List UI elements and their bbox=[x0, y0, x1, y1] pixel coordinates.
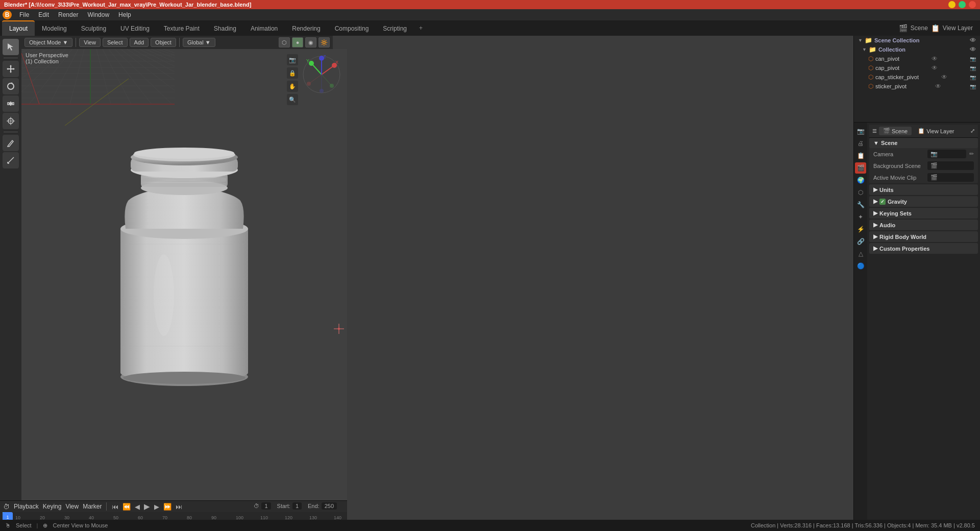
end-frame-value[interactable]: 250 bbox=[322, 502, 337, 510]
cap-pivot-eye[interactable]: 👁 bbox=[932, 64, 938, 71]
custom-props-header[interactable]: ▶ Custom Properties bbox=[869, 243, 978, 254]
keying-sets-header[interactable]: ▶ Keying Sets bbox=[869, 208, 978, 219]
full-screen-icon[interactable]: ⤢ bbox=[970, 128, 975, 134]
3d-viewport[interactable]: User Perspective (1) Collection bbox=[21, 49, 347, 500]
prop-particles-btn[interactable]: ✦ bbox=[855, 211, 866, 223]
tool-scale[interactable] bbox=[3, 95, 19, 112]
camera-value[interactable]: 📷 bbox=[927, 150, 966, 158]
tool-transform[interactable] bbox=[3, 113, 19, 129]
tab-texture-paint[interactable]: Texture Paint bbox=[157, 20, 207, 36]
add-workspace-button[interactable]: + bbox=[414, 20, 428, 36]
prop-modifiers-btn[interactable]: 🔧 bbox=[855, 199, 866, 210]
tab-shading[interactable]: Shading bbox=[207, 20, 243, 36]
hand-tool-btn[interactable]: ✋ bbox=[287, 81, 298, 92]
rendered-mode-btn[interactable]: 🔆 bbox=[318, 37, 330, 47]
scene-section-header[interactable]: ▼ Scene bbox=[869, 138, 978, 148]
tab-animation[interactable]: Animation bbox=[243, 20, 285, 36]
scene-name[interactable]: Scene bbox=[911, 25, 928, 32]
outliner-collection[interactable]: ▼ 📁 Collection 👁 bbox=[854, 45, 980, 54]
tab-compositing[interactable]: Compositing bbox=[328, 20, 376, 36]
marker-label[interactable]: Marker bbox=[83, 503, 102, 510]
collection-eye[interactable]: 👁 bbox=[970, 46, 976, 53]
play-btn[interactable]: ▶ bbox=[143, 502, 151, 511]
maximize-button[interactable] bbox=[959, 1, 966, 8]
start-frame-value[interactable]: 1 bbox=[292, 502, 302, 510]
camera-view-btn[interactable]: 📷 bbox=[287, 54, 298, 65]
next-frame-btn[interactable]: ▶ bbox=[153, 503, 160, 511]
wireframe-mode-btn[interactable]: ⬡ bbox=[279, 37, 290, 47]
menu-file[interactable]: File bbox=[15, 10, 33, 19]
camera-edit-icon[interactable]: ✏ bbox=[969, 151, 974, 157]
cap-sticker-eye[interactable]: 👁 bbox=[941, 74, 947, 81]
tool-annotate[interactable] bbox=[3, 135, 19, 151]
outliner-sticker-pivot[interactable]: ⬡ sticker_pivot 👁 📷 bbox=[854, 82, 980, 91]
zoom-search-btn[interactable]: 🔍 bbox=[287, 94, 298, 105]
menu-edit[interactable]: Edit bbox=[34, 10, 53, 19]
view-layer-tab[interactable]: 📋 View Layer bbox=[914, 127, 958, 135]
playback-label[interactable]: Playback bbox=[14, 503, 39, 510]
background-scene-value[interactable]: 🎬 bbox=[927, 161, 974, 170]
prop-world-btn[interactable]: 🌍 bbox=[855, 175, 866, 186]
tab-uv-editing[interactable]: UV Editing bbox=[113, 20, 157, 36]
active-clip-value[interactable]: 🎬 bbox=[927, 173, 974, 182]
minimize-button[interactable] bbox=[948, 1, 955, 8]
menu-render[interactable]: Render bbox=[54, 10, 82, 19]
tool-select[interactable] bbox=[3, 39, 19, 55]
lock-camera-btn[interactable]: 🔒 bbox=[287, 67, 298, 79]
view-menu[interactable]: View bbox=[79, 38, 101, 47]
view-label[interactable]: View bbox=[65, 503, 79, 510]
units-section-header[interactable]: ▶ Units bbox=[869, 184, 978, 195]
can-pivot-eye[interactable]: 👁 bbox=[932, 55, 938, 62]
menu-window[interactable]: Window bbox=[83, 10, 113, 19]
add-menu[interactable]: Add bbox=[130, 38, 149, 47]
keying-label[interactable]: Keying bbox=[43, 503, 62, 510]
prop-constraints-btn[interactable]: 🔗 bbox=[855, 236, 866, 247]
scene-tab[interactable]: 🎬 Scene bbox=[879, 127, 912, 135]
transform-dropdown[interactable]: Global ▼ bbox=[183, 38, 215, 47]
object-mode-dropdown[interactable]: Object Mode ▼ bbox=[24, 38, 72, 47]
tool-move[interactable] bbox=[3, 61, 19, 77]
navigation-gizmo[interactable]: X Y Z bbox=[301, 54, 342, 95]
outliner-can-pivot[interactable]: ⬡ can_pivot 👁 📷 bbox=[854, 54, 980, 63]
cap-sticker-render-eye[interactable]: 📷 bbox=[970, 75, 976, 80]
tab-modeling[interactable]: Modeling bbox=[35, 20, 74, 36]
outliner-cap-pivot[interactable]: ⬡ cap_pivot 👁 📷 bbox=[854, 63, 980, 73]
gravity-section-header[interactable]: ▶ ✓ Gravity bbox=[869, 196, 978, 207]
prop-view-layer-btn[interactable]: 📋 bbox=[855, 150, 866, 161]
rigid-body-header[interactable]: ▶ Rigid Body World bbox=[869, 231, 978, 242]
solid-mode-btn[interactable]: ● bbox=[292, 37, 303, 47]
outliner-scene-collection[interactable]: ▼ 📁 Scene Collection 👁 bbox=[854, 36, 980, 45]
close-button[interactable] bbox=[969, 1, 976, 8]
tab-rendering[interactable]: Rendering bbox=[285, 20, 327, 36]
prop-output-btn[interactable]: 🖨 bbox=[855, 138, 866, 149]
object-menu[interactable]: Object bbox=[151, 38, 176, 47]
view-layer-name[interactable]: View Layer bbox=[943, 25, 973, 32]
cap-pivot-render-eye[interactable]: 📷 bbox=[970, 65, 976, 71]
can-pivot-render-eye[interactable]: 📷 bbox=[970, 56, 976, 62]
audio-section-header[interactable]: ▶ Audio bbox=[869, 220, 978, 230]
prop-object-btn[interactable]: ⬡ bbox=[855, 187, 866, 198]
prop-data-btn[interactable]: △ bbox=[855, 248, 866, 259]
tool-rotate[interactable] bbox=[3, 78, 19, 94]
scene-collection-eye[interactable]: 👁 bbox=[970, 37, 976, 44]
prop-scene-btn[interactable]: 🎬 bbox=[855, 162, 866, 174]
material-preview-btn[interactable]: ◉ bbox=[305, 37, 316, 47]
sticker-pivot-render-eye[interactable]: 📷 bbox=[970, 84, 976, 89]
prop-physics-btn[interactable]: ⚡ bbox=[855, 224, 866, 235]
gravity-checkbox[interactable]: ✓ bbox=[879, 199, 886, 205]
tab-sculpting[interactable]: Sculpting bbox=[74, 20, 113, 36]
prop-render-btn[interactable]: 📷 bbox=[855, 126, 866, 137]
prev-frame-btn[interactable]: ◀ bbox=[134, 503, 141, 511]
jump-end-btn[interactable]: ⏭ bbox=[175, 503, 183, 511]
current-frame-value[interactable]: 1 bbox=[261, 502, 271, 510]
tab-scripting[interactable]: Scripting bbox=[376, 20, 414, 36]
jump-start-btn[interactable]: ⏮ bbox=[111, 503, 119, 511]
select-menu[interactable]: Select bbox=[103, 38, 128, 47]
prop-material-btn[interactable]: 🔵 bbox=[855, 260, 866, 272]
next-keyframe-btn[interactable]: ⏩ bbox=[162, 503, 173, 511]
sticker-pivot-eye[interactable]: 👁 bbox=[935, 83, 941, 90]
prev-keyframe-btn[interactable]: ⏪ bbox=[121, 503, 132, 511]
outliner-cap-sticker-pivot[interactable]: ⬡ cap_sticker_pivot 👁 📷 bbox=[854, 73, 980, 82]
tool-measure[interactable] bbox=[3, 152, 19, 168]
tab-layout[interactable]: Layout bbox=[2, 20, 35, 36]
